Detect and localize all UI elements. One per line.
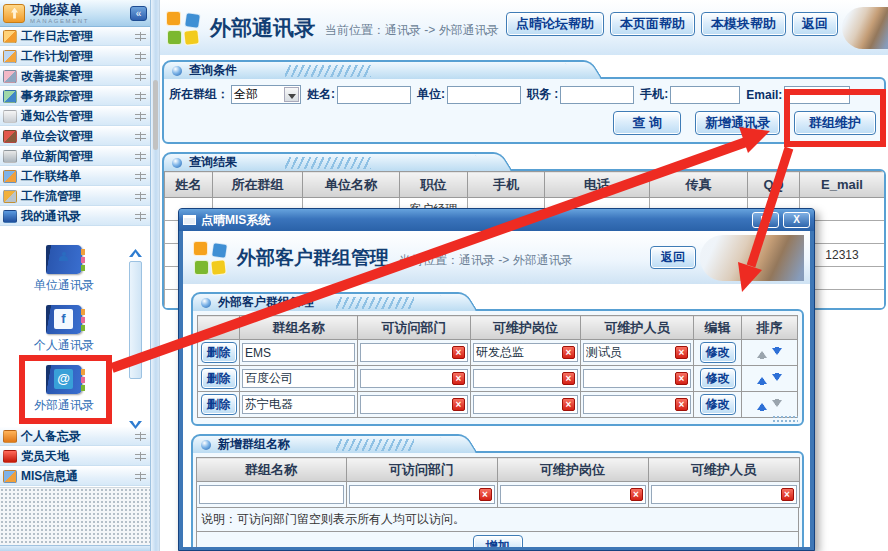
restore-window-button[interactable]: [752, 212, 779, 228]
move-down-icon[interactable]: [772, 372, 783, 386]
clear-icon[interactable]: [452, 372, 465, 385]
resize-dots: [772, 415, 798, 422]
delete-button[interactable]: 删除: [201, 368, 237, 389]
notice-icon: [3, 110, 17, 123]
sidebar-item-work-plan[interactable]: 工作计划管理: [0, 47, 150, 67]
party-icon: [3, 450, 17, 463]
add-header-row: 群组名称 可访问部门 可维护岗位 可维护人员: [196, 458, 799, 482]
move-up-icon[interactable]: [757, 398, 768, 412]
table-row: 删除 EMS 研发总监 测试员 修改: [198, 340, 798, 366]
new-group-person-input[interactable]: [651, 485, 797, 504]
sidebar-item-mis-info[interactable]: MIS信息通: [0, 467, 150, 487]
sidebar-item-tracking[interactable]: 事务跟踪管理: [0, 87, 150, 107]
group-management-dialog: 点晴MIS系统 X 外部客户群组管理 当前位置：通讯录 -> 外部通讯录 返回 …: [178, 208, 815, 551]
move-down-icon[interactable]: [772, 346, 783, 360]
clear-icon[interactable]: [675, 346, 688, 359]
page-help-button[interactable]: 本页面帮助: [610, 12, 695, 36]
scroll-track[interactable]: [129, 261, 142, 379]
sidebar-item-my-addressbook[interactable]: 我的通讯录: [0, 207, 150, 227]
table-row: 删除 百度公司 修改: [198, 366, 798, 392]
group-maintain-button[interactable]: 群组维护: [794, 111, 876, 135]
sidebar-item-contact-sheet[interactable]: 工作联络单: [0, 167, 150, 187]
add-button[interactable]: 增加: [473, 535, 523, 547]
edit-button[interactable]: 修改: [700, 394, 736, 415]
clear-icon[interactable]: [781, 488, 794, 501]
unit-input[interactable]: [447, 86, 521, 104]
clear-icon[interactable]: [675, 372, 688, 385]
sidebar-item-proposal[interactable]: 改善提案管理: [0, 67, 150, 87]
sidebar-collapse-button[interactable]: «: [130, 6, 147, 21]
dialog-back-button[interactable]: 返回: [650, 246, 696, 269]
mobile-input[interactable]: [670, 86, 740, 104]
email-input[interactable]: [784, 86, 850, 104]
restore-icon: [761, 216, 770, 223]
sidebar-item-unit-addressbook[interactable]: 单位通讯录: [0, 245, 128, 294]
results-panel-tab: 查询结果: [162, 152, 492, 171]
grip-icon: [134, 432, 147, 441]
group-filter-select[interactable]: 全部: [231, 85, 301, 104]
sidebar-item-news[interactable]: 单位新闻管理: [0, 147, 150, 167]
forum-help-button[interactable]: 点晴论坛帮助: [506, 12, 604, 36]
external-addressbook-icon: @: [46, 365, 82, 394]
submenu-scrollbar[interactable]: [128, 249, 143, 429]
sidebar-item-workflow[interactable]: 工作流管理: [0, 187, 150, 207]
address-book-icon: [3, 210, 17, 223]
group-table: 群组名称 可访问部门 可维护岗位 可维护人员 编辑 排序 删除 EMS 研发总监: [197, 315, 798, 418]
clear-icon[interactable]: [675, 398, 688, 411]
bullet-icon: [172, 66, 182, 76]
sidebar-item-work-journal[interactable]: 工作日志管理: [0, 27, 150, 47]
grip-icon: [134, 92, 147, 101]
name-input[interactable]: [337, 86, 411, 104]
add-contact-button[interactable]: 新增通讯录: [695, 111, 780, 135]
app-window: 功能菜单 MANAGEMENT « 工作日志管理 工作计划管理 改善提案管理 事…: [0, 0, 888, 551]
clear-icon[interactable]: [562, 398, 575, 411]
workflow-icon: [3, 190, 17, 203]
sidebar-item-personal-addressbook[interactable]: f 个人通讯录: [0, 305, 128, 354]
position-input[interactable]: [560, 86, 634, 104]
add-panel-note: 说明：可访问部门留空则表示所有人均可以访问。: [196, 508, 799, 532]
clear-icon[interactable]: [452, 346, 465, 359]
close-window-button[interactable]: X: [783, 212, 810, 228]
move-down-icon[interactable]: [772, 398, 783, 412]
clear-icon[interactable]: [562, 346, 575, 359]
delete-button[interactable]: 删除: [201, 342, 237, 363]
menu-logo-icon: [3, 4, 25, 23]
news-icon: [3, 150, 17, 163]
grip-icon: [134, 132, 147, 141]
new-group-name-input[interactable]: [199, 485, 344, 504]
grip-icon: [134, 192, 147, 201]
clear-icon[interactable]: [630, 488, 643, 501]
return-button[interactable]: 返回: [792, 12, 838, 36]
tab-stripes: [336, 297, 414, 309]
dropdown-arrow-icon[interactable]: [284, 87, 299, 102]
sidebar-item-meeting[interactable]: 单位会议管理: [0, 127, 150, 147]
new-group-dept-input[interactable]: [349, 485, 495, 504]
bullet-icon: [201, 298, 211, 308]
sidebar-item-notice[interactable]: 通知公告管理: [0, 107, 150, 127]
scroll-up-icon[interactable]: [129, 249, 142, 257]
add-group-table: 群组名称 可访问部门 可维护岗位 可维护人员: [196, 457, 800, 508]
personal-addressbook-icon: f: [46, 305, 82, 334]
sidebar-item-party[interactable]: 党员天地: [0, 447, 150, 467]
clear-icon[interactable]: [562, 372, 575, 385]
group-list-panel-tab: 外部客户群组管理: [191, 292, 457, 311]
edit-button[interactable]: 修改: [700, 342, 736, 363]
sidebar-item-memo[interactable]: 个人备忘录: [0, 427, 150, 447]
dialog-titlebar[interactable]: 点晴MIS系统 X: [179, 209, 814, 231]
clear-icon[interactable]: [479, 488, 492, 501]
edit-button[interactable]: 修改: [700, 368, 736, 389]
scroll-down-icon[interactable]: [129, 421, 142, 429]
search-button[interactable]: 查 询: [613, 111, 681, 135]
sidebar-splitter[interactable]: [150, 0, 160, 551]
clear-icon[interactable]: [452, 398, 465, 411]
module-help-button[interactable]: 本模块帮助: [701, 12, 786, 36]
sidebar-item-external-addressbook[interactable]: @ 外部通讯录: [0, 365, 128, 414]
unit-label: 单位:: [417, 86, 445, 103]
new-group-post-input[interactable]: [500, 485, 646, 504]
splitter-scrollbar-thumb[interactable]: [153, 80, 158, 150]
page-title: 外部通讯录: [210, 14, 315, 42]
bullet-icon: [172, 158, 182, 168]
move-up-icon[interactable]: [757, 346, 768, 360]
move-up-icon[interactable]: [757, 372, 768, 386]
delete-button[interactable]: 删除: [201, 394, 237, 415]
